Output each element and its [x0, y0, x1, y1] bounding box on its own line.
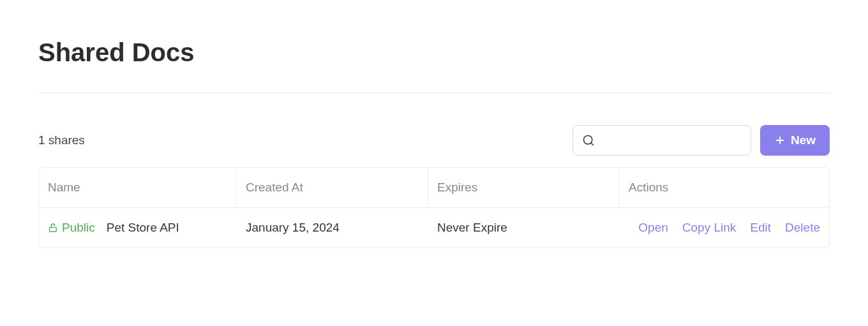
- toolbar: 1 shares New: [38, 125, 830, 156]
- shares-table: Name Created At Expires Actions Public P…: [38, 167, 830, 248]
- svg-rect-4: [50, 227, 57, 232]
- delete-action[interactable]: Delete: [785, 221, 820, 235]
- new-button[interactable]: New: [760, 125, 830, 156]
- visibility-label: Public: [62, 221, 95, 235]
- search-input[interactable]: [601, 135, 742, 146]
- search-box[interactable]: [572, 125, 751, 156]
- cell-created-at: January 15, 2024: [237, 208, 428, 248]
- new-button-label: New: [791, 133, 816, 147]
- header-name: Name: [39, 168, 237, 207]
- page-title: Shared Docs: [38, 38, 830, 67]
- search-icon: [582, 134, 595, 147]
- divider: [38, 93, 830, 93]
- header-expires: Expires: [428, 168, 620, 207]
- table-header: Name Created At Expires Actions: [39, 168, 829, 208]
- unlock-icon: [48, 223, 58, 233]
- plus-icon: [774, 135, 786, 146]
- open-action[interactable]: Open: [638, 221, 668, 235]
- header-created-at: Created At: [237, 168, 428, 207]
- svg-line-1: [591, 143, 594, 145]
- visibility-badge: Public: [48, 221, 95, 235]
- header-actions: Actions: [620, 168, 829, 207]
- edit-action[interactable]: Edit: [750, 221, 771, 235]
- shares-count: 1 shares: [38, 133, 85, 147]
- cell-actions: Open Copy Link Edit Delete: [620, 208, 829, 248]
- cell-name: Public Pet Store API: [39, 208, 237, 248]
- table-row: Public Pet Store API January 15, 2024 Ne…: [39, 208, 829, 248]
- cell-expires: Never Expire: [428, 208, 620, 248]
- copy-link-action[interactable]: Copy Link: [682, 221, 737, 235]
- toolbar-right: New: [572, 125, 830, 156]
- doc-name: Pet Store API: [107, 221, 179, 235]
